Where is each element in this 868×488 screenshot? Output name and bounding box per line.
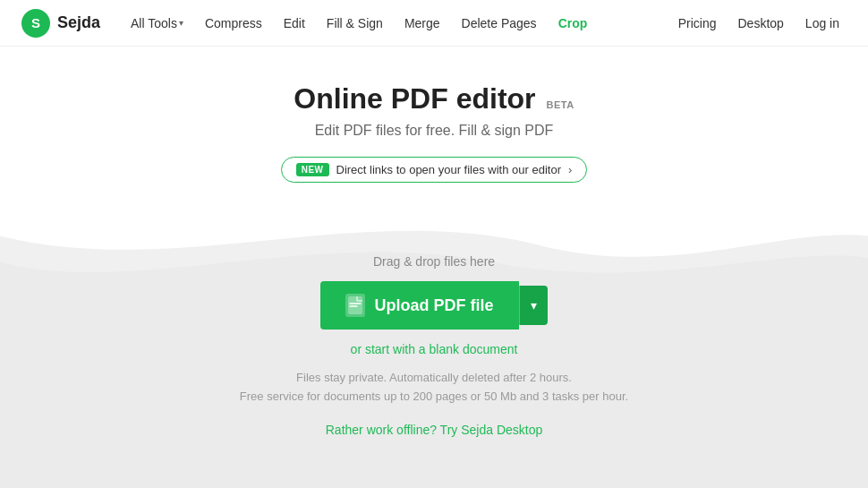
nav-pricing[interactable]: Pricing [671,11,724,36]
blank-document-link[interactable]: or start with a blank document [351,342,518,356]
upload-pdf-button[interactable]: Upload PDF file [320,281,518,330]
navbar: S Sejda All Tools ▾ Compress Edit Fill &… [0,0,868,47]
nav-delete-pages[interactable]: Delete Pages [453,11,546,36]
new-tag: NEW [296,163,329,176]
upload-dropdown-button[interactable]: ▾ [519,286,548,325]
nav-right: Pricing Desktop Log in [671,11,847,36]
hero-subtitle: Edit PDF files for free. Fill & sign PDF [315,123,554,139]
chevron-down-icon: ▾ [179,18,183,28]
svg-rect-0 [348,296,362,314]
chevron-down-icon: ▾ [531,298,537,312]
privacy-text: Files stay private. Automatically delete… [240,369,628,407]
hero-title: Online PDF editor BETA [294,82,574,116]
nav-compress[interactable]: Compress [196,11,271,36]
nav-edit[interactable]: Edit [275,11,314,36]
offline-link[interactable]: Rather work offline? Try Sejda Desktop [326,423,543,437]
logo-name: Sejda [57,13,100,32]
nav-login[interactable]: Log in [798,11,847,36]
nav-merge[interactable]: Merge [396,11,449,36]
pdf-file-icon [345,294,365,317]
new-banner-text: Direct links to open your files with our… [336,163,561,176]
beta-badge: BETA [547,99,574,110]
nav-crop[interactable]: Crop [549,11,597,36]
nav-all-tools[interactable]: All Tools ▾ [122,11,192,36]
logo-icon: S [21,9,50,38]
new-banner[interactable]: NEW Direct links to open your files with… [281,157,588,183]
upload-section: Drag & drop files here Upload PDF file ▾… [0,210,868,488]
drag-drop-text: Drag & drop files here [373,254,495,269]
nav-fill-sign[interactable]: Fill & Sign [318,11,392,36]
chevron-right-icon: › [568,163,572,176]
nav-desktop[interactable]: Desktop [730,11,790,36]
nav-links: All Tools ▾ Compress Edit Fill & Sign Me… [122,11,671,36]
hero-section: Online PDF editor BETA Edit PDF files fo… [0,47,868,183]
upload-content: Drag & drop files here Upload PDF file ▾… [18,254,850,437]
logo[interactable]: S Sejda [21,9,100,38]
upload-button-group: Upload PDF file ▾ [320,281,547,330]
